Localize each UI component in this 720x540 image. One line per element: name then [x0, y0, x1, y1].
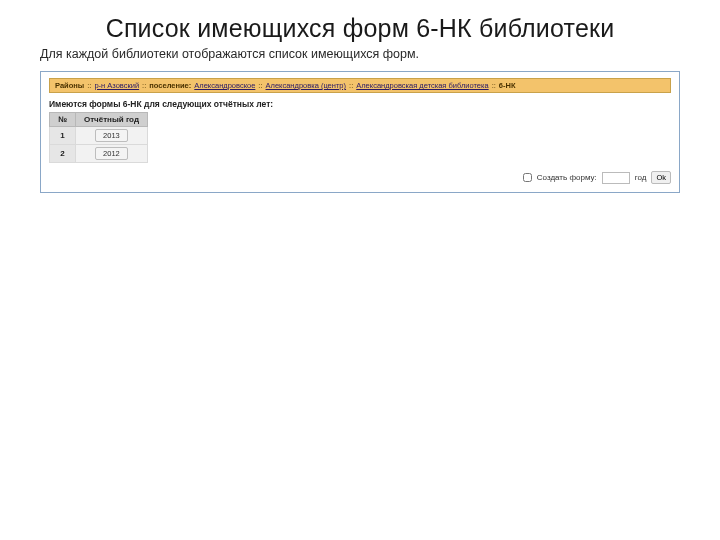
- breadcrumb-library-link[interactable]: Александровская детская библиотека: [356, 81, 488, 90]
- year-button[interactable]: 2013: [95, 129, 128, 142]
- table-row: 1 2013: [50, 127, 148, 145]
- create-form-checkbox[interactable]: [523, 173, 532, 182]
- forms-panel: Районы :: р-н Азовский :: поселение: Але…: [40, 71, 680, 193]
- row-num: 2: [50, 145, 76, 163]
- breadcrumb-locality-link[interactable]: Александровка (центр): [266, 81, 347, 90]
- breadcrumb-sep: ::: [349, 81, 353, 90]
- breadcrumb-district-link[interactable]: р-н Азовский: [94, 81, 139, 90]
- forms-table: № Отчётный год 1 2013 2 2012: [49, 112, 148, 163]
- row-year-cell: 2012: [75, 145, 147, 163]
- table-caption: Имеются формы 6-НК для следующих отчётны…: [49, 99, 671, 109]
- table-row: 2 2012: [50, 145, 148, 163]
- col-header-num: №: [50, 113, 76, 127]
- create-form-ok-button[interactable]: Ok: [651, 171, 671, 184]
- breadcrumb-root-label: Районы: [55, 81, 84, 90]
- breadcrumb-form-type: 6-НК: [499, 81, 516, 90]
- breadcrumb-sep: ::: [492, 81, 496, 90]
- page-title: Список имеющихся форм 6-НК библиотеки: [40, 14, 680, 43]
- row-year-cell: 2013: [75, 127, 147, 145]
- breadcrumb-sep: ::: [142, 81, 146, 90]
- breadcrumb-sep: ::: [258, 81, 262, 90]
- breadcrumb: Районы :: р-н Азовский :: поселение: Але…: [49, 78, 671, 93]
- breadcrumb-settlement-link[interactable]: Александровское: [194, 81, 255, 90]
- breadcrumb-settlement-label: поселение:: [149, 81, 191, 90]
- create-form-label: Создать форму:: [537, 173, 597, 182]
- col-header-year: Отчётный год: [75, 113, 147, 127]
- breadcrumb-sep: ::: [87, 81, 91, 90]
- page-subtitle: Для каждой библиотеки отображаются списо…: [40, 47, 680, 61]
- row-num: 1: [50, 127, 76, 145]
- year-button[interactable]: 2012: [95, 147, 128, 160]
- create-form-year-input[interactable]: [602, 172, 630, 184]
- create-form-row: Создать форму: год Ok: [49, 171, 671, 184]
- create-form-year-suffix: год: [635, 173, 647, 182]
